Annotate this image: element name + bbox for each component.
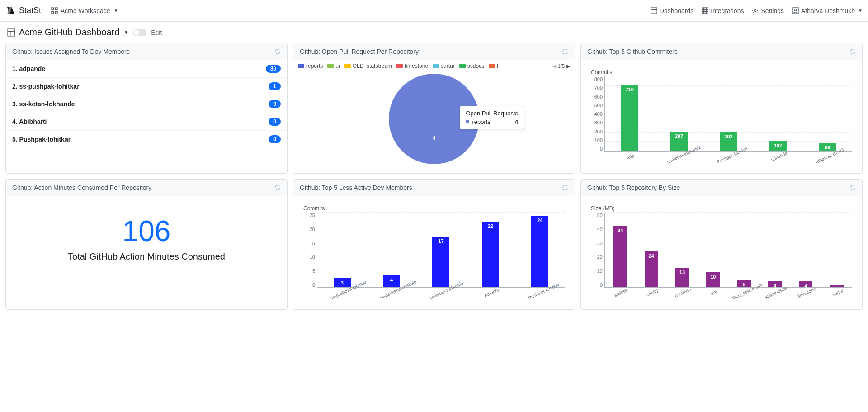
refresh-icon[interactable] xyxy=(274,185,281,191)
nav-user-label: Atharva Deshmukh xyxy=(801,7,855,14)
workspace-selector[interactable]: Acme Workspace ▼ xyxy=(51,7,118,14)
bar[interactable]: 10 xyxy=(706,272,720,287)
nav-settings[interactable]: Settings xyxy=(752,7,784,14)
svg-rect-9 xyxy=(702,8,704,9)
svg-rect-10 xyxy=(704,8,706,9)
dashboard-grid: Github: Issues Assigned To Dev Members 1… xyxy=(0,43,868,315)
bar[interactable]: 17 xyxy=(432,237,449,287)
bar[interactable]: 89 xyxy=(819,143,836,151)
brand-icon xyxy=(5,5,16,16)
nav-user[interactable]: Atharva Deshmukh ▼ xyxy=(792,7,863,14)
bar[interactable]: 207 xyxy=(670,132,688,151)
big-number: 106 Total GitHub Action Minutes Consumed xyxy=(6,196,287,275)
refresh-icon[interactable] xyxy=(562,185,568,191)
svg-rect-12 xyxy=(702,10,704,12)
legend-label: ssdocs xyxy=(467,63,484,69)
legend-item[interactable]: surtur xyxy=(433,63,455,69)
swatch-icon xyxy=(327,64,334,68)
bar[interactable]: 41 xyxy=(613,226,627,287)
legend-item[interactable]: l xyxy=(489,63,498,69)
card-title: Github: Action Minutes Consumed Per Repo… xyxy=(12,184,151,191)
workspace-name: Acme Workspace xyxy=(61,7,110,14)
integrations-icon xyxy=(702,7,708,14)
card-title: Github: Top 5 Less Active Dev Members xyxy=(300,184,412,191)
bar[interactable]: 1 xyxy=(830,285,844,287)
bar[interactable]: 3 xyxy=(334,278,351,287)
user-icon xyxy=(792,7,799,14)
list-item[interactable]: 3. ss-ketan-lokhande0 xyxy=(6,95,287,113)
bar[interactable]: 13 xyxy=(675,268,689,287)
count-badge: 30 xyxy=(266,65,281,73)
x-label: Pushpak-lohitkar xyxy=(528,284,557,308)
bar[interactable]: 24 xyxy=(531,216,548,287)
card-prs: Github: Open Pull Request Per Repository… xyxy=(293,43,575,174)
list-item[interactable]: 1. adpande30 xyxy=(6,60,287,78)
svg-rect-14 xyxy=(707,10,708,12)
tooltip-title: Open Pull Requests xyxy=(466,110,518,117)
y-axis: 2520151050 xyxy=(300,213,315,288)
svg-point-18 xyxy=(755,9,757,12)
bar[interactable]: 4 xyxy=(383,275,400,287)
legend-item[interactable]: ui xyxy=(327,63,340,69)
legend-item[interactable]: OLD_statstream xyxy=(344,63,392,69)
tooltip-series: reports xyxy=(472,118,490,125)
refresh-icon[interactable] xyxy=(562,48,568,55)
x-axis: ssdocsconfigpostmanantOLD_statstreamstat… xyxy=(604,288,852,303)
x-label: OLD_statstream xyxy=(731,284,761,308)
axis-title: Commits xyxy=(303,205,568,212)
grid-icon xyxy=(51,7,58,14)
list-item[interactable]: 5. Pushpak-lohitkar0 xyxy=(6,131,287,148)
bar[interactable]: 202 xyxy=(720,132,737,151)
bar[interactable]: 710 xyxy=(621,85,638,151)
big-number-value: 106 xyxy=(6,214,287,248)
legend-item[interactable]: ssdocs xyxy=(459,63,484,69)
nav-settings-label: Settings xyxy=(761,7,784,14)
refresh-icon[interactable] xyxy=(849,48,856,55)
refresh-icon[interactable] xyxy=(849,185,856,191)
chevron-left-icon[interactable]: ◀ xyxy=(552,63,556,69)
list-item[interactable]: 4. Abibharti0 xyxy=(6,113,287,131)
list-item[interactable]: 2. ss-pushpak-lohitkar1 xyxy=(6,78,287,95)
card-header: Github: Issues Assigned To Dev Members xyxy=(6,43,287,60)
plot-area: 412413105441 xyxy=(604,213,852,288)
list-label: 4. Abibharti xyxy=(12,118,47,125)
edit-toggle[interactable] xyxy=(133,29,146,36)
x-axis: ss-pushpak-lohitkarss-parikshit-chakoles… xyxy=(317,288,565,303)
legend-label: timestone xyxy=(405,63,428,69)
x-label: atharva220793 xyxy=(815,148,845,171)
nav-integrations[interactable]: Integrations xyxy=(702,7,744,14)
bar[interactable]: 4 xyxy=(799,281,812,287)
nav-dashboards[interactable]: Dashboards xyxy=(651,7,694,14)
legend-label: ui xyxy=(335,63,340,69)
x-label: postman xyxy=(670,284,699,308)
bar[interactable]: 4 xyxy=(768,281,782,287)
bar-chart: 800700600500400300200100071020720210789a… xyxy=(587,76,856,167)
swatch-icon xyxy=(298,64,304,68)
legend-label: reports xyxy=(306,63,323,69)
bar[interactable]: 107 xyxy=(769,141,787,151)
axis-title: Commits xyxy=(591,69,856,76)
swatch-icon xyxy=(459,64,466,68)
svg-rect-15 xyxy=(702,12,704,14)
legend-item[interactable]: timestone xyxy=(396,63,428,69)
card-body: Commits 252015105034172224ss-pushpak-loh… xyxy=(293,196,575,309)
dashboard-title-wrap[interactable]: Acme GitHub Dashboard ▼ xyxy=(7,27,128,38)
gear-icon xyxy=(752,7,759,14)
card-header: Github: Open Pull Request Per Repository xyxy=(293,43,575,60)
svg-rect-21 xyxy=(8,29,15,36)
card-header: Github: Top 5 Less Active Dev Members xyxy=(293,180,575,196)
bar[interactable]: 22 xyxy=(482,222,499,287)
card-title: Github: Top 5 Repository By Size xyxy=(587,184,680,191)
bar[interactable]: 24 xyxy=(645,251,658,287)
bar-chart: 50403020100412413105441ssdocsconfigpostm… xyxy=(587,213,856,303)
brand-logo[interactable]: StatStr xyxy=(5,5,44,16)
legend-item[interactable]: reports xyxy=(298,63,323,69)
chevron-right-icon[interactable]: ▶ xyxy=(566,63,570,69)
svg-rect-4 xyxy=(52,11,54,14)
x-label: adpande xyxy=(765,148,795,171)
bar[interactable]: 5 xyxy=(737,280,751,288)
card-header: Github: Top 5 Repository By Size xyxy=(581,180,862,196)
x-label: ss-ketan-lokhande xyxy=(666,148,696,171)
refresh-icon[interactable] xyxy=(274,48,281,55)
layout-icon xyxy=(7,28,15,37)
